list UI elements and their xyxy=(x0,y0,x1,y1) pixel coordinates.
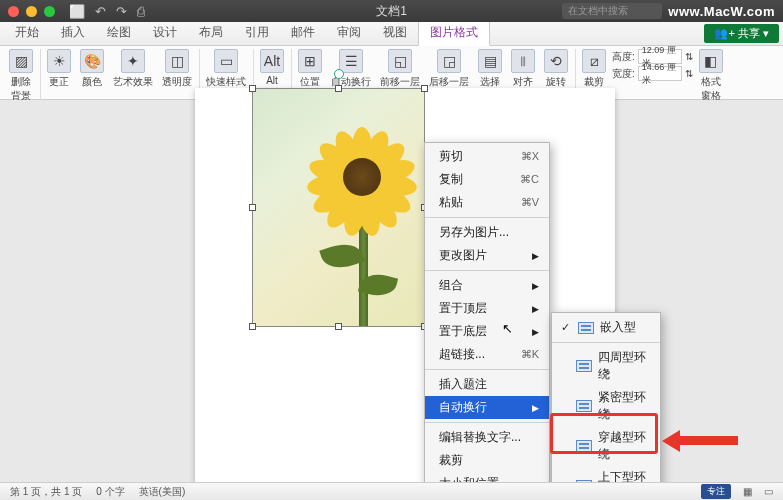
menu-save-as-picture[interactable]: 另存为图片... xyxy=(425,221,549,244)
menu-edit-alt-text[interactable]: 编辑替换文字... xyxy=(425,426,549,449)
resize-handle[interactable] xyxy=(249,323,256,330)
minimize-icon[interactable] xyxy=(26,6,37,17)
width-input[interactable]: 14.66 厘米 xyxy=(638,66,682,81)
wrap-square[interactable]: 四周型环绕 xyxy=(552,346,660,386)
wrap-tight[interactable]: 紧密型环绕 xyxy=(552,386,660,426)
menu-paste[interactable]: 粘贴⌘V xyxy=(425,191,549,214)
width-label: 宽度: xyxy=(612,67,635,81)
save-icon[interactable]: ⬜ xyxy=(69,4,85,19)
quick-styles-button[interactable]: ▭快速样式 xyxy=(203,49,254,89)
annotation-arrow xyxy=(662,432,738,450)
transparency-button[interactable]: ◫透明度 xyxy=(159,49,200,89)
search-input[interactable]: 在文档中搜索 xyxy=(562,3,662,19)
tab-layout[interactable]: 布局 xyxy=(188,20,234,45)
tab-mail[interactable]: 邮件 xyxy=(280,20,326,45)
crop-button[interactable]: ⧄裁剪 xyxy=(579,49,609,89)
menu-change-picture[interactable]: 更改图片▶ xyxy=(425,244,549,267)
format-pane-button[interactable]: ◧格式 窗格 xyxy=(696,49,726,103)
menu-crop[interactable]: 裁剪 xyxy=(425,449,549,472)
wrap-button[interactable]: ☰自动换行 xyxy=(328,49,374,89)
menu-insert-caption[interactable]: 插入题注 xyxy=(425,373,549,396)
wrap-through[interactable]: 穿越型环绕 xyxy=(552,426,660,466)
forward-layer-button[interactable]: ◲后移一层 xyxy=(426,49,472,89)
context-menu: 剪切⌘X 复制⌘C 粘贴⌘V 另存为图片... 更改图片▶ 组合▶ 置于顶层▶ … xyxy=(424,142,550,500)
menu-send-back[interactable]: 置于底层▶ xyxy=(425,320,549,343)
menu-wrap-text[interactable]: 自动换行▶ xyxy=(425,396,549,419)
artistic-button[interactable]: ✦艺术效果 xyxy=(110,49,156,89)
resize-handle[interactable] xyxy=(335,323,342,330)
focus-mode[interactable]: 专注 xyxy=(701,484,731,499)
rotate-button[interactable]: ⟲旋转 xyxy=(541,49,576,89)
align-button[interactable]: ⫴对齐 xyxy=(508,49,538,89)
redo-icon[interactable]: ↷ xyxy=(116,4,127,19)
ribbon-tabs: 开始 插入 绘图 设计 布局 引用 邮件 审阅 视图 图片格式 👥+ 共享 ▾ xyxy=(0,22,783,46)
rotate-handle[interactable] xyxy=(334,69,344,79)
tab-review[interactable]: 审阅 xyxy=(326,20,372,45)
menu-bring-front[interactable]: 置于顶层▶ xyxy=(425,297,549,320)
view-web-icon[interactable]: ▭ xyxy=(764,486,773,497)
titlebar: ⬜ ↶ ↷ ⎙ 文档1 在文档中搜索 www.MacW.com xyxy=(0,0,783,22)
word-count[interactable]: 0 个字 xyxy=(96,485,124,499)
height-label: 高度: xyxy=(612,50,635,64)
tab-view[interactable]: 视图 xyxy=(372,20,418,45)
back-layer-button[interactable]: ◱前移一层 xyxy=(377,49,423,89)
document-title: 文档1 xyxy=(376,3,407,20)
menu-copy[interactable]: 复制⌘C xyxy=(425,168,549,191)
tab-references[interactable]: 引用 xyxy=(234,20,280,45)
wrap-inline[interactable]: ✓嵌入型 xyxy=(552,316,660,339)
view-print-icon[interactable]: ▦ xyxy=(743,486,752,497)
qat: ⬜ ↶ ↷ ⎙ xyxy=(69,4,145,19)
undo-icon[interactable]: ↶ xyxy=(95,4,106,19)
tab-draw[interactable]: 绘图 xyxy=(96,20,142,45)
sunflower-image xyxy=(253,89,424,326)
menu-group[interactable]: 组合▶ xyxy=(425,274,549,297)
position-button[interactable]: ⊞位置 xyxy=(295,49,325,89)
selected-image[interactable] xyxy=(252,88,425,327)
tab-home[interactable]: 开始 xyxy=(4,20,50,45)
window-controls xyxy=(8,6,55,17)
resize-handle[interactable] xyxy=(249,85,256,92)
language[interactable]: 英语(美国) xyxy=(139,485,186,499)
statusbar: 第 1 页，共 1 页 0 个字 英语(美国) 专注 ▦ ▭ xyxy=(0,482,783,500)
wrap-submenu: ✓嵌入型 四周型环绕 紧密型环绕 穿越型环绕 上下型环绕 衬于文字下方 浮于文字… xyxy=(551,312,661,500)
menu-hyperlink[interactable]: 超链接...⌘K xyxy=(425,343,549,366)
print-icon[interactable]: ⎙ xyxy=(137,4,145,19)
zoom-icon[interactable] xyxy=(44,6,55,17)
tab-picture-format[interactable]: 图片格式 xyxy=(418,19,490,46)
resize-handle[interactable] xyxy=(249,204,256,211)
corrections-button[interactable]: ☀更正 xyxy=(44,49,74,89)
close-icon[interactable] xyxy=(8,6,19,17)
resize-handle[interactable] xyxy=(335,85,342,92)
tab-design[interactable]: 设计 xyxy=(142,20,188,45)
resize-handle[interactable] xyxy=(421,85,428,92)
share-button[interactable]: 👥+ 共享 ▾ xyxy=(704,24,779,43)
size-inputs: 高度:12.09 厘米⇅ 宽度:14.66 厘米⇅ xyxy=(612,49,693,81)
remove-bg-button[interactable]: ▨删除 背景 xyxy=(6,49,41,103)
watermark: www.MacW.com xyxy=(668,4,775,19)
page-indicator[interactable]: 第 1 页，共 1 页 xyxy=(10,485,82,499)
color-button[interactable]: 🎨颜色 xyxy=(77,49,107,89)
tab-insert[interactable]: 插入 xyxy=(50,20,96,45)
menu-cut[interactable]: 剪切⌘X xyxy=(425,145,549,168)
document-area xyxy=(0,100,783,482)
